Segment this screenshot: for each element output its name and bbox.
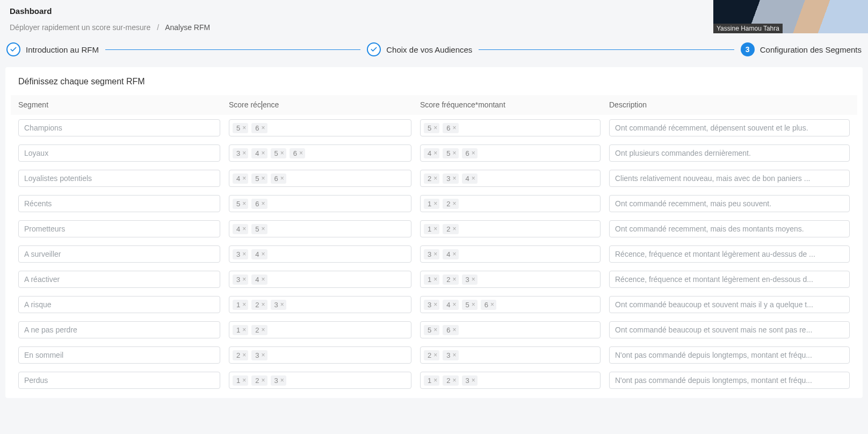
fm-tags[interactable]: 1×2×3×	[420, 271, 601, 288]
score-tag[interactable]: 2×	[424, 350, 439, 360]
description-input[interactable]: Ont commandé beaucoup et souvent mais ne…	[609, 321, 850, 338]
score-tag[interactable]: 4×	[251, 148, 267, 158]
recence-tags[interactable]: 1×2×3×	[229, 372, 411, 389]
score-tag[interactable]: 5×	[462, 300, 478, 310]
close-icon[interactable]: ×	[452, 226, 456, 232]
score-tag[interactable]: 3×	[233, 249, 248, 259]
fm-tags[interactable]: 5×6×	[420, 321, 601, 338]
close-icon[interactable]: ×	[261, 352, 265, 358]
score-tag[interactable]: 4×	[443, 249, 458, 259]
close-icon[interactable]: ×	[242, 352, 246, 358]
segment-input[interactable]: A risque	[18, 296, 220, 313]
close-icon[interactable]: ×	[433, 200, 437, 207]
close-icon[interactable]: ×	[433, 301, 437, 308]
score-tag[interactable]: 1×	[424, 375, 439, 386]
fm-tags[interactable]: 1×2×3×	[420, 372, 601, 389]
close-icon[interactable]: ×	[299, 150, 303, 156]
score-tag[interactable]: 2×	[233, 350, 248, 360]
close-icon[interactable]: ×	[433, 327, 437, 333]
score-tag[interactable]: 2×	[424, 173, 439, 184]
score-tag[interactable]: 3×	[424, 300, 439, 310]
close-icon[interactable]: ×	[280, 377, 284, 384]
close-icon[interactable]: ×	[452, 175, 456, 182]
description-input[interactable]: N'ont pas commandé depuis longtemps, mon…	[609, 346, 850, 364]
close-icon[interactable]: ×	[261, 377, 265, 384]
fm-tags[interactable]: 2×3×4×	[420, 170, 601, 187]
close-icon[interactable]: ×	[433, 377, 437, 384]
recence-tags[interactable]: 4×5×6×	[229, 170, 411, 187]
score-tag[interactable]: 3×	[271, 375, 286, 386]
close-icon[interactable]: ×	[452, 150, 456, 156]
recence-tags[interactable]: 5×6×	[229, 195, 411, 212]
close-icon[interactable]: ×	[261, 150, 265, 156]
description-input[interactable]: Ont commandé recemment, mais peu souvent…	[609, 195, 850, 212]
close-icon[interactable]: ×	[452, 301, 456, 308]
breadcrumb-root[interactable]: Déployer rapidement un score sur-mesure	[10, 23, 150, 32]
recence-tags[interactable]: 3×4×	[229, 245, 411, 263]
score-tag[interactable]: 1×	[233, 300, 248, 310]
step-audiences[interactable]: Choix de vos Audiences	[367, 42, 472, 56]
close-icon[interactable]: ×	[433, 251, 437, 257]
close-icon[interactable]: ×	[261, 125, 265, 131]
fm-tags[interactable]: 1×2×	[420, 195, 601, 212]
score-tag[interactable]: 4×	[233, 224, 248, 234]
close-icon[interactable]: ×	[261, 301, 265, 308]
close-icon[interactable]: ×	[472, 150, 475, 156]
recence-tags[interactable]: 1×2×3×	[229, 296, 411, 313]
segment-input[interactable]: Perdus	[18, 372, 220, 389]
score-tag[interactable]: 4×	[462, 173, 478, 184]
close-icon[interactable]: ×	[242, 276, 246, 283]
recence-tags[interactable]: 4×5×	[229, 220, 411, 237]
close-icon[interactable]: ×	[452, 377, 456, 384]
score-tag[interactable]: 2×	[443, 199, 458, 209]
close-icon[interactable]: ×	[280, 150, 284, 156]
close-icon[interactable]: ×	[472, 175, 475, 182]
score-tag[interactable]: 2×	[443, 274, 458, 285]
segment-input[interactable]: Prometteurs	[18, 220, 220, 237]
score-tag[interactable]: 2×	[251, 325, 267, 335]
close-icon[interactable]: ×	[242, 175, 246, 182]
close-icon[interactable]: ×	[261, 175, 265, 182]
close-icon[interactable]: ×	[452, 200, 456, 207]
score-tag[interactable]: 1×	[424, 199, 439, 209]
score-tag[interactable]: 3×	[271, 300, 286, 310]
score-tag[interactable]: 6×	[251, 199, 267, 209]
close-icon[interactable]: ×	[452, 251, 456, 257]
score-tag[interactable]: 1×	[424, 274, 439, 285]
fm-tags[interactable]: 5×6×	[420, 119, 601, 136]
close-icon[interactable]: ×	[490, 301, 494, 308]
close-icon[interactable]: ×	[472, 377, 475, 384]
fm-tags[interactable]: 3×4×	[420, 245, 601, 263]
close-icon[interactable]: ×	[433, 226, 437, 232]
score-tag[interactable]: 4×	[424, 148, 439, 158]
score-tag[interactable]: 4×	[251, 274, 267, 285]
close-icon[interactable]: ×	[280, 301, 284, 308]
close-icon[interactable]: ×	[472, 276, 475, 283]
close-icon[interactable]: ×	[433, 150, 437, 156]
score-tag[interactable]: 5×	[251, 173, 267, 184]
score-tag[interactable]: 1×	[233, 325, 248, 335]
close-icon[interactable]: ×	[433, 175, 437, 182]
recence-tags[interactable]: 3×4×	[229, 271, 411, 288]
recence-tags[interactable]: 2×3×	[229, 346, 411, 364]
score-tag[interactable]: 1×	[424, 224, 439, 234]
score-tag[interactable]: 5×	[233, 123, 248, 133]
segment-input[interactable]: A surveiller	[18, 245, 220, 263]
close-icon[interactable]: ×	[452, 327, 456, 333]
segment-input[interactable]: Loyalistes potentiels	[18, 170, 220, 187]
score-tag[interactable]: 5×	[424, 325, 439, 335]
description-input[interactable]: Récence, fréquence et montant légèrement…	[609, 271, 850, 288]
close-icon[interactable]: ×	[433, 352, 437, 358]
description-input[interactable]: Ont commandé beaucoup et souvent mais il…	[609, 296, 850, 313]
segment-input[interactable]: Champions	[18, 119, 220, 136]
recence-tags[interactable]: 5×6×	[229, 119, 411, 136]
score-tag[interactable]: 5×	[271, 148, 286, 158]
segment-input[interactable]: A ne pas perdre	[18, 321, 220, 338]
score-tag[interactable]: 6×	[481, 300, 496, 310]
recence-tags[interactable]: 3×4×5×6×	[229, 144, 411, 162]
score-tag[interactable]: 1×	[233, 375, 248, 386]
close-icon[interactable]: ×	[261, 226, 265, 232]
step-configuration[interactable]: 3 Configuration des Segments	[741, 42, 862, 56]
score-tag[interactable]: 3×	[251, 350, 267, 360]
close-icon[interactable]: ×	[433, 276, 437, 283]
